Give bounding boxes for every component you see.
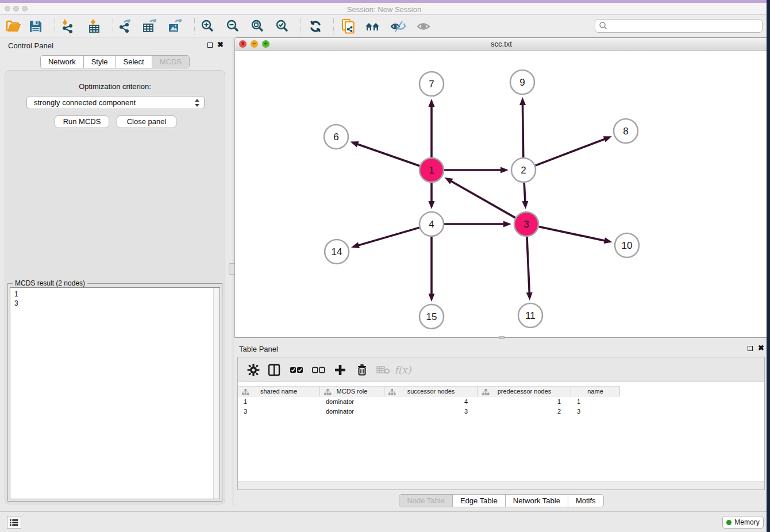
select-all-icon[interactable] [288,361,305,379]
zoom-selected-icon[interactable] [273,18,292,35]
control-panel: Control Panel ✖ NetworkStyleSelectMCDS O… [0,37,230,506]
graph-node-label: 11 [525,310,536,321]
export-image-icon[interactable] [165,18,185,35]
main-titlebar: Session: New Session [0,3,768,15]
deselect-all-icon[interactable] [310,361,327,379]
tab-node-table[interactable]: Node Table [399,495,452,507]
edge-4-14[interactable] [357,228,419,245]
tab-network[interactable]: Network [41,56,83,68]
table-header-row: shared nameMCDS rolesuccessor nodesprede… [238,386,764,396]
cell-predecessor-nodes[interactable]: 1 [478,397,571,407]
search-icon [599,21,608,30]
save-icon[interactable] [26,18,45,35]
cell-name[interactable]: 3 [571,407,620,417]
arrowhead-icon [445,178,453,184]
duplicate-network-icon[interactable] [338,18,358,35]
edge-3-10[interactable] [539,227,606,241]
tab-style[interactable]: Style [83,56,116,68]
graph-node-label: 10 [622,240,633,251]
function-builder-icon[interactable]: f(x) [394,361,411,379]
import-table-icon[interactable] [85,18,105,35]
arrowhead-icon [500,167,509,174]
import-network-icon[interactable] [58,18,78,35]
select-stepper-icon [194,99,199,107]
arrowhead-icon [526,292,533,300]
folder-open-icon[interactable] [3,18,23,35]
network-canvas[interactable]: 1234678910111415 [235,51,768,337]
cell-MCDS-role[interactable]: dominator [320,397,384,407]
edge-3-1[interactable] [451,181,515,218]
graph-node-label: 8 [623,126,628,137]
table-panel-header: Table Panel ✖ [234,340,768,356]
delete-table-icon[interactable] [375,361,392,379]
tab-select[interactable]: Select [116,56,152,68]
task-history-button[interactable] [7,516,21,529]
cell-predecessor-nodes[interactable]: 2 [478,407,571,417]
graph-node-label: 9 [519,77,525,88]
criterion-select[interactable]: strongly connected component [26,96,205,109]
arrowhead-icon [429,201,435,209]
edge-2-9[interactable] [522,104,523,157]
mcds-panel: Optimization criterion: strongly connect… [5,70,225,504]
table-row[interactable]: 3dominator323 [238,407,764,417]
window-resize-handle[interactable] [499,336,505,339]
network-window-title: scc.txt [235,40,768,48]
edge-2-8[interactable] [536,139,606,166]
result-scrollbar[interactable] [213,288,220,499]
network-view-window: x − + scc.txt 1234678910111415 [234,37,768,338]
search-input[interactable] [595,19,763,33]
graph-node-label: 6 [333,132,338,142]
arrowhead-icon [522,201,528,209]
export-table-icon[interactable] [140,18,160,35]
delete-column-icon[interactable] [353,361,371,379]
export-network-icon[interactable] [116,18,135,35]
table-row[interactable]: 1dominator411 [238,397,764,407]
column-header-MCDS-role[interactable]: MCDS role [320,386,384,396]
column-header-predecessor-nodes[interactable]: predecessor nodes [478,386,571,396]
arrowhead-icon [503,221,511,228]
columns-icon[interactable] [265,361,283,379]
edge-1-6[interactable] [357,144,419,166]
edge-3-11[interactable] [527,237,529,294]
control-panel-header: Control Panel ✖ [0,37,230,53]
hide-eye-icon[interactable] [388,18,407,35]
refresh-layout-icon[interactable] [306,18,325,35]
show-eye-icon[interactable] [414,18,433,35]
column-header-successor-nodes[interactable]: successor nodes [384,386,478,396]
column-header-shared-name[interactable]: shared name [238,386,320,396]
cell-name[interactable]: 1 [571,397,620,407]
add-column-icon[interactable] [332,361,349,379]
tab-edge-table[interactable]: Edge Table [452,495,505,507]
cell-successor-nodes[interactable]: 4 [384,397,478,407]
float-panel-icon[interactable] [207,43,213,48]
run-mcds-button[interactable]: Run MCDS [55,115,109,128]
column-header-name[interactable]: name [571,386,620,396]
tab-mcds[interactable]: MCDS [152,56,189,68]
memory-button[interactable]: Memory [722,516,764,529]
zoom-fit-icon[interactable] [248,18,268,35]
cell-shared-name[interactable]: 1 [238,397,320,407]
edge-2-3[interactable] [524,183,525,202]
arrowhead-icon [519,97,526,105]
control-panel-title: Control Panel [8,41,53,50]
tab-network-table[interactable]: Network Table [505,495,568,507]
table-tabs: Node TableEdge TableNetwork TableMotifs [234,494,768,507]
cell-successor-nodes[interactable]: 3 [384,407,478,417]
tab-motifs[interactable]: Motifs [568,495,603,507]
gear-icon[interactable] [245,361,262,379]
table-hscrollbar[interactable] [238,481,764,489]
close-table-panel-icon[interactable]: ✖ [758,344,764,352]
close-panel-button[interactable]: Close panel [117,115,176,128]
mcds-result-text[interactable]: 1 3 [10,287,220,499]
criterion-value: strongly connected component [34,98,136,107]
cell-shared-name[interactable]: 3 [238,407,320,417]
tree-icon [324,389,332,395]
zoom-out-icon[interactable] [224,18,243,35]
show-all-networks-icon[interactable] [363,18,382,35]
float-table-panel-icon[interactable] [748,346,753,351]
close-panel-icon[interactable]: ✖ [217,40,224,49]
zoom-in-icon[interactable] [198,18,218,35]
cell-MCDS-role[interactable]: dominator [320,407,384,417]
toolbar-separator [194,18,195,34]
control-panel-tabs: NetworkStyleSelectMCDS [0,55,230,68]
